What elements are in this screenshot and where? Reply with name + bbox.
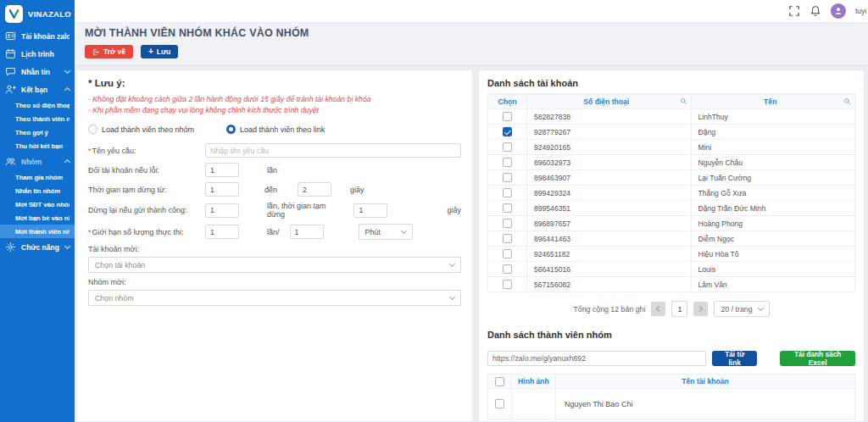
account-phone: 899546351	[527, 201, 692, 216]
sidebar: VINAZALO Tài khoản zalo Lịch trình Nhắn …	[0, 0, 75, 422]
sidebar-subitem[interactable]: Mời SĐT vào nhóm	[0, 197, 75, 211]
sidebar-subitem[interactable]: Mời bạn bè vào nhóm	[0, 211, 75, 225]
row-checkbox[interactable]	[503, 264, 512, 274]
request-name-label: *Tên yêu cầu:	[88, 147, 205, 155]
sidebar-item[interactable]: Tài khoản zalo	[0, 27, 75, 45]
limit-per-input[interactable]	[290, 225, 324, 239]
row-checkbox[interactable]	[503, 203, 512, 213]
pagination-next-button[interactable]	[693, 302, 708, 316]
sidebar-item[interactable]: Nhóm	[0, 153, 75, 170]
account-table-row: 896897657 Hoàng Phong	[488, 216, 855, 231]
invite-form-panel: * Lưu ý: - Không đặt khoảng cách giữa 2 …	[76, 69, 473, 422]
sidebar-subitem[interactable]: Thu hồi kết bạn	[0, 139, 75, 153]
sidebar-item[interactable]: Nhắn tin	[0, 63, 75, 81]
save-button[interactable]: + Lưu	[141, 45, 178, 58]
account-phone: 924920165	[527, 140, 692, 155]
sidebar-item[interactable]: Kết bạn	[0, 81, 75, 98]
radio-load-by-group[interactable]: Load thành viên theo nhóm	[88, 125, 194, 134]
account-phone: 582827838	[527, 109, 692, 125]
row-checkbox[interactable]	[503, 112, 512, 121]
switch-account-input[interactable]	[205, 163, 239, 177]
account-table-row: 898463907 Lại Tuấn Cường	[488, 170, 855, 186]
pagination-current-page[interactable]: 1	[671, 301, 687, 317]
radio-icon[interactable]	[226, 125, 236, 134]
account-phone: 566415016	[527, 262, 692, 277]
stop-on-success-label: Dừng lại nếu gửi thành công:	[88, 206, 205, 214]
sidebar-subitem[interactable]: Theo số điện thoại	[0, 98, 75, 112]
note-title: * Lưu ý:	[88, 78, 461, 88]
users-icon	[5, 156, 16, 167]
row-checkbox[interactable]	[503, 158, 512, 167]
search-icon[interactable]	[843, 97, 851, 107]
brand[interactable]: VINAZALO	[0, 0, 75, 27]
topbar: tuyê	[75, 0, 868, 22]
load-from-link-button[interactable]: Tải từ link	[712, 351, 757, 366]
sidebar-subitem[interactable]: Tham gia nhóm	[0, 170, 75, 184]
brand-name: VINAZALO	[28, 9, 71, 19]
account-name: Mini	[691, 140, 855, 155]
account-name: Lại Tuấn Cường	[691, 170, 855, 186]
chevron-right-icon	[697, 306, 703, 312]
sidebar-item[interactable]: Lịch trình	[0, 45, 75, 63]
pagination-prev-button[interactable]	[651, 302, 665, 316]
row-checkbox[interactable]	[503, 280, 512, 289]
warning-note: - Không đặt khoảng cách giữa 2 lần hành …	[88, 94, 461, 105]
limit-unit-select[interactable]: Phút	[359, 224, 413, 240]
row-checkbox[interactable]	[503, 127, 512, 136]
sidebar-subitem[interactable]: Nhắn tin nhóm	[0, 184, 75, 197]
sidebar-subitem[interactable]: Mời thành viên nhóm khác	[0, 225, 75, 238]
sidebar-subitem[interactable]: Theo gợi ý	[0, 125, 75, 139]
pause-to-input[interactable]	[298, 182, 331, 197]
members-tbody: Nguyen Thi Bao Chi Thanh Giàuu	[488, 389, 855, 422]
row-checkbox[interactable]	[503, 173, 512, 182]
chevron-icon	[64, 87, 70, 93]
row-checkbox[interactable]	[503, 219, 512, 228]
radio-icon[interactable]	[88, 125, 97, 134]
invite-account-select[interactable]: Chọn tài khoản	[88, 257, 461, 273]
members-table: Hình ảnh Tên tài khoản Nguyen Thi Bao Ch…	[487, 374, 855, 422]
account-table-row: 896032973 Nguyễn Châu	[488, 155, 855, 170]
load-excel-button[interactable]: Tải danh sách Excel	[780, 351, 855, 366]
group-link-input[interactable]	[487, 351, 706, 366]
limit-count-input[interactable]	[205, 225, 239, 239]
chat-icon	[5, 66, 16, 77]
account-table-row: 566415016 Louis	[488, 262, 855, 277]
request-name-input[interactable]	[205, 143, 461, 158]
user-avatar[interactable]	[831, 3, 846, 19]
content: * Lưu ý: - Không đặt khoảng cách giữa 2 …	[75, 64, 868, 422]
radio-load-by-link[interactable]: Load thành viên theo link	[226, 125, 325, 134]
members-panel-title: Danh sách thành viên nhóm	[487, 326, 855, 345]
column-header-name: Tên	[764, 97, 776, 106]
chevron-left-icon	[656, 306, 662, 312]
account-name: Lâm Vân	[691, 277, 855, 292]
invite-group-select[interactable]: Chọn nhóm	[88, 290, 461, 306]
page-size-select[interactable]: 20 / trang	[714, 301, 769, 317]
load-mode-radio-group: Load thành viên theo nhóm Load thành viê…	[88, 125, 461, 134]
fullscreen-icon[interactable]	[788, 5, 800, 17]
column-header-account-name: Tên tài khoản	[682, 377, 728, 386]
stop-pause-input[interactable]	[353, 203, 387, 218]
account-table-row: 928779267 Đặng	[488, 125, 855, 140]
search-icon[interactable]	[680, 97, 687, 107]
account-name: Đặng Trần Đức Minh	[691, 201, 855, 216]
bell-icon[interactable]	[810, 5, 821, 17]
row-checkbox[interactable]	[503, 188, 512, 197]
sidebar-item[interactable]: Chức năng khác	[0, 238, 75, 256]
gear-icon	[5, 242, 16, 253]
sidebar-subitem[interactable]: Theo thành viên nhóm	[0, 112, 75, 125]
chevron-down-icon	[449, 294, 455, 300]
account-table-row: 899546351 Đặng Trần Đức Minh	[488, 201, 855, 216]
pause-from-input[interactable]	[205, 182, 239, 197]
row-checkbox[interactable]	[503, 142, 512, 152]
account-name: Diễm Ngọc	[691, 231, 855, 247]
pagination-total: Tổng cộng 12 bản ghi	[573, 305, 645, 314]
app-window: VINAZALO Tài khoản zalo Lịch trình Nhắn …	[0, 0, 868, 422]
select-all-checkbox[interactable]	[495, 377, 504, 386]
id-card-icon	[5, 31, 16, 42]
row-checkbox[interactable]	[503, 234, 512, 243]
back-button[interactable]: Trở về	[85, 45, 133, 58]
stop-count-input[interactable]	[205, 203, 239, 218]
row-checkbox[interactable]	[503, 249, 512, 258]
row-checkbox[interactable]	[495, 399, 504, 408]
account-table-row: 582827838 LinhThuy	[488, 109, 855, 125]
